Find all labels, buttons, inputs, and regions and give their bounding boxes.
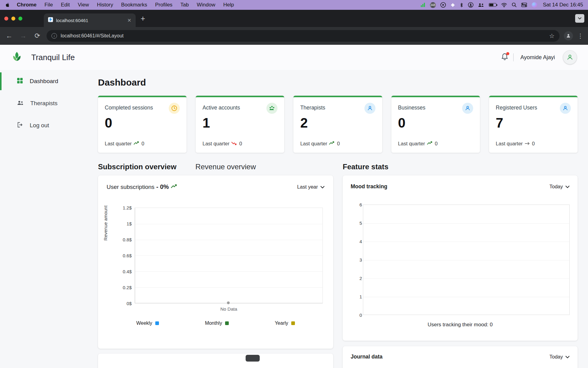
users-status-icon[interactable] [478, 3, 484, 7]
menubar-app-name[interactable]: Chrome [17, 2, 36, 8]
legend-swatch-monthly [225, 321, 229, 325]
back-button[interactable]: ← [4, 32, 14, 40]
bluetooth-icon[interactable] [460, 2, 463, 8]
stat-period: Last quarter [398, 141, 425, 147]
menubar-item-window[interactable]: Window [197, 2, 215, 8]
menubar-item-view[interactable]: View [78, 2, 89, 8]
mood-caption: Users tracking their mood: 0 [351, 322, 570, 328]
site-info-icon[interactable]: i [51, 33, 57, 39]
browser-menu-icon[interactable]: ⋮ [577, 32, 584, 40]
browser-tab[interactable]: localhost:60461 ✕ [44, 13, 136, 27]
menubar-item-file[interactable]: File [44, 2, 53, 8]
y-tick: 2 [353, 276, 362, 281]
control-center-icon[interactable] [521, 3, 527, 7]
y-tick: 1$ [116, 221, 132, 226]
profile-avatar-icon[interactable] [564, 31, 573, 40]
sidebar-item-label: Dashboard [30, 78, 58, 85]
spotlight-search-icon[interactable] [512, 2, 517, 7]
account-status-icon[interactable] [468, 2, 473, 8]
stat-period: Last quarter [105, 141, 132, 147]
person-icon [560, 103, 571, 114]
dashboard-columns: User subscriptions - 0% Last year [98, 175, 578, 368]
tab-close-icon[interactable]: ✕ [127, 17, 131, 23]
revenue-chart-card-partial [98, 354, 333, 368]
trending-up-icon [329, 141, 335, 147]
y-tick: 1 [353, 294, 362, 299]
mood-plot [363, 205, 570, 315]
subscription-period-select[interactable]: Last year [297, 184, 325, 190]
menubar-item-profiles[interactable]: Profiles [155, 2, 172, 8]
stat-period: Last quarter [300, 141, 327, 147]
header-divider [513, 53, 514, 61]
partial-card-element [246, 355, 260, 362]
stat-card-businesses: Businesses 0 Last quarter 0 [391, 96, 480, 153]
brand-logo-icon [10, 50, 23, 64]
menubar-clock[interactable]: Sat 14 Dec 16:45 [543, 2, 583, 8]
account-menu-button[interactable] [563, 50, 577, 64]
macos-menubar: Chrome File Edit View History Bookmarks … [0, 0, 588, 10]
person-icon [364, 103, 375, 114]
legend-label: Yearly [275, 320, 288, 326]
menubar-item-edit[interactable]: Edit [61, 2, 70, 8]
chart-legend: Weekly Monthly Yearly [107, 320, 325, 326]
sidebar-item-logout[interactable]: Log out [0, 117, 89, 134]
address-bar[interactable]: i localhost:60461/#/SiteLayout ☆ [47, 30, 560, 42]
stat-label: Completed sessions [105, 103, 153, 111]
chart-percent: - 0% [156, 183, 169, 190]
legend-item-monthly[interactable]: Monthly [205, 320, 229, 326]
journal-data-card: Journal data Today [343, 346, 578, 368]
stat-delta: 0 [141, 141, 144, 147]
mood-period-select[interactable]: Today [549, 184, 570, 190]
stat-period: Last quarter [496, 141, 523, 147]
person-icon [462, 103, 473, 114]
stat-value: 2 [300, 116, 375, 130]
menubar-item-bookmarks[interactable]: Bookmarks [121, 2, 147, 8]
main-content: Dashboard Completed sessions 0 Last quar… [89, 70, 588, 368]
legend-item-yearly[interactable]: Yearly [275, 320, 295, 326]
stat-trend: Last quarter 0 [496, 141, 571, 147]
legend-item-weekly[interactable]: Weekly [136, 320, 159, 326]
mood-tracking-title: Mood tracking [351, 183, 387, 190]
status-badge-348[interactable]: 348 [430, 2, 436, 8]
y-tick: 0.6$ [116, 253, 132, 258]
screen: Chrome File Edit View History Bookmarks … [0, 0, 588, 368]
notification-dot [506, 52, 509, 55]
battery-icon[interactable] [489, 3, 496, 7]
stat-label: Active accounts [202, 103, 240, 111]
maximize-window-button[interactable] [18, 17, 22, 21]
notifications-bell-icon[interactable] [501, 53, 508, 62]
journal-period-select[interactable]: Today [549, 354, 570, 360]
tab-search-button[interactable] [575, 14, 584, 23]
people-icon [17, 100, 24, 107]
bookmark-star-icon[interactable]: ☆ [549, 32, 555, 40]
chart-title-text: User subscriptions [107, 184, 154, 190]
window-controls [4, 17, 22, 21]
section-headings: Subscription overview Revenue overview F… [98, 163, 578, 171]
siri-icon[interactable] [532, 2, 537, 8]
sidebar-item-therapists[interactable]: Therapists [0, 94, 89, 112]
new-tab-button[interactable]: + [141, 14, 145, 22]
feature-stats-heading: Feature stats [343, 163, 388, 171]
stat-trend: Last quarter 0 [202, 141, 277, 147]
minimize-window-button[interactable] [11, 17, 15, 21]
close-window-button[interactable] [4, 17, 8, 21]
stat-delta: 0 [239, 141, 242, 147]
menubar-item-help[interactable]: Help [223, 2, 234, 8]
reload-button[interactable]: ⟳ [32, 32, 42, 40]
stat-label: Therapists [300, 103, 325, 111]
apple-menu-icon[interactable] [5, 2, 10, 8]
menubar-item-tab[interactable]: Tab [180, 2, 189, 8]
subscription-chart-area: Revenue amount 1.2$ 1$ 0.8$ 0.6$ 0.4$ 0.… [107, 208, 325, 303]
stat-trend: Last quarter 0 [300, 141, 375, 147]
clock-icon [169, 103, 180, 114]
play-status-icon[interactable] [440, 2, 446, 8]
sidebar: Dashboard Therapists Log out [0, 70, 89, 368]
url-text[interactable]: localhost:60461/#/SiteLayout [61, 33, 545, 39]
no-data-point [227, 301, 230, 304]
stats-bars-icon[interactable] [420, 3, 425, 7]
sidebar-item-dashboard[interactable]: Dashboard [0, 72, 89, 90]
app-status-icon[interactable] [450, 3, 455, 7]
wifi-icon[interactable] [501, 3, 507, 7]
journal-data-title: Journal data [351, 354, 383, 360]
menubar-item-history[interactable]: History [97, 2, 113, 8]
